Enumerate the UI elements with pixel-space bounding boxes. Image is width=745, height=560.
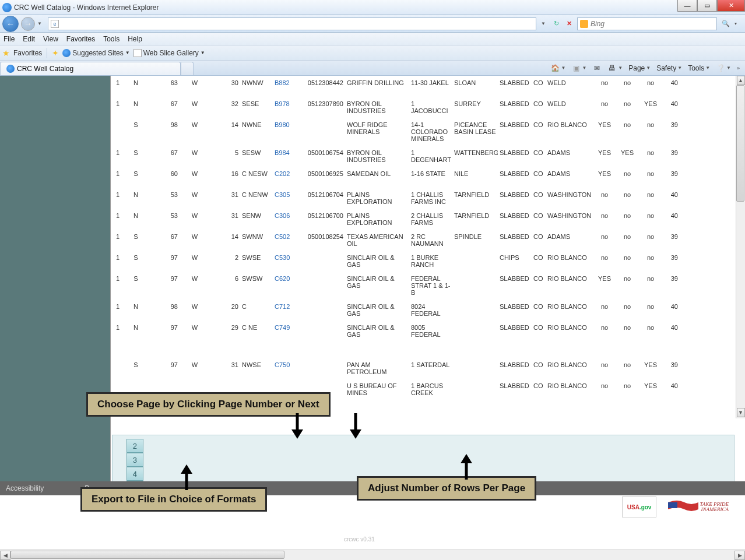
cell: no bbox=[616, 120, 639, 129]
menu-edit[interactable]: Edit bbox=[23, 35, 35, 43]
vertical-scrollbar[interactable]: ▲ ▼ bbox=[736, 76, 745, 418]
cell[interactable]: C749 bbox=[273, 323, 302, 332]
scroll-right-button[interactable]: ▶ bbox=[735, 551, 745, 560]
library-link[interactable]: C530 bbox=[275, 254, 290, 261]
library-link[interactable]: C750 bbox=[275, 361, 290, 368]
new-tab-button[interactable] bbox=[181, 62, 194, 75]
cell[interactable]: C202 bbox=[273, 169, 302, 178]
cell: 39 bbox=[662, 360, 680, 369]
maximize-button[interactable]: ▭ bbox=[697, 0, 717, 12]
library-link[interactable]: B882 bbox=[275, 79, 290, 86]
menu-help[interactable]: Help bbox=[128, 35, 142, 43]
page-4[interactable]: 4 bbox=[126, 467, 143, 481]
search-dropdown[interactable]: ▾ bbox=[735, 21, 743, 26]
tab-crc-well-catalog[interactable]: CRC Well Catalog bbox=[0, 62, 181, 75]
cell: 20 bbox=[210, 302, 240, 311]
library-link[interactable]: C749 bbox=[275, 324, 290, 331]
cell bbox=[302, 302, 345, 304]
library-link[interactable]: C202 bbox=[275, 170, 290, 177]
nav-history-dropdown[interactable]: ▼ bbox=[37, 21, 45, 26]
library-link[interactable]: B980 bbox=[275, 121, 290, 128]
cell[interactable]: C306 bbox=[273, 211, 302, 220]
cell: 1 bbox=[111, 99, 121, 108]
feeds-button[interactable]: ▣▼ bbox=[570, 64, 588, 73]
menu-favorites[interactable]: Favorites bbox=[66, 35, 95, 43]
chevron-down-icon: ▼ bbox=[201, 50, 205, 55]
table-row: 1N63W30NWNWB8820512308442GRIFFIN DRILLIN… bbox=[111, 76, 745, 97]
cell[interactable]: B882 bbox=[273, 78, 302, 87]
close-button[interactable]: ✕ bbox=[717, 0, 745, 12]
minimize-button[interactable]: — bbox=[677, 0, 697, 12]
home-button[interactable]: 🏠▼ bbox=[549, 64, 567, 73]
suggested-sites[interactable]: Suggested Sites ▼ bbox=[62, 49, 129, 57]
refresh-button[interactable]: ↻ bbox=[550, 18, 562, 30]
table-row: 1N53W31C NENWC3050512106704PLAINS EXPLOR… bbox=[111, 188, 745, 209]
stop-button[interactable]: ✕ bbox=[563, 18, 575, 30]
address-bar[interactable]: e bbox=[48, 17, 536, 30]
usa-gov-logo[interactable]: USA.gov bbox=[622, 496, 657, 517]
cell[interactable]: C305 bbox=[273, 190, 302, 199]
safety-menu[interactable]: Safety▼ bbox=[655, 64, 684, 72]
web-slice-gallery[interactable]: Web Slice Gallery ▼ bbox=[133, 49, 205, 57]
tools-menu[interactable]: Tools▼ bbox=[686, 64, 712, 72]
search-button[interactable]: 🔍 bbox=[719, 17, 732, 30]
cell: 53 bbox=[150, 211, 180, 220]
cell[interactable]: C712 bbox=[273, 302, 302, 311]
cell[interactable]: B980 bbox=[273, 120, 302, 129]
scroll-down-button[interactable]: ▼ bbox=[737, 408, 745, 417]
footer-accessibility[interactable]: Accessibility bbox=[6, 484, 44, 492]
library-link[interactable]: C620 bbox=[275, 275, 290, 282]
library-link[interactable]: C712 bbox=[275, 303, 290, 310]
address-dropdown[interactable]: ▼ bbox=[541, 21, 549, 26]
page-menu[interactable]: Page▼ bbox=[627, 64, 652, 72]
cell: CO bbox=[532, 211, 546, 220]
scroll-thumb[interactable] bbox=[10, 551, 284, 559]
library-link[interactable]: C306 bbox=[275, 212, 290, 219]
library-link[interactable]: B978 bbox=[275, 100, 290, 107]
cell: CO bbox=[532, 274, 546, 283]
scroll-left-button[interactable]: ◀ bbox=[0, 551, 10, 560]
cell: no bbox=[593, 232, 616, 241]
cell: S bbox=[121, 360, 150, 369]
cell bbox=[302, 253, 345, 255]
cell[interactable]: C750 bbox=[273, 360, 302, 369]
back-button[interactable]: ← bbox=[2, 16, 19, 32]
favorites-label[interactable]: Favorites bbox=[13, 49, 42, 57]
cell: 1 bbox=[111, 211, 121, 220]
add-favorite-icon[interactable]: ✦ bbox=[52, 48, 59, 58]
page-3[interactable]: 3 bbox=[126, 453, 143, 467]
scroll-up-button[interactable]: ▲ bbox=[737, 76, 745, 85]
print-button[interactable]: 🖶▼ bbox=[606, 64, 624, 73]
cell[interactable]: B978 bbox=[273, 99, 302, 108]
cell: 40 bbox=[662, 190, 680, 199]
cell[interactable]: C502 bbox=[273, 232, 302, 241]
page-2[interactable]: 2 bbox=[126, 439, 143, 453]
cell: no bbox=[639, 274, 662, 283]
cell: 63 bbox=[150, 78, 180, 87]
cell[interactable]: C620 bbox=[273, 274, 302, 283]
cell bbox=[302, 120, 345, 122]
horizontal-scrollbar[interactable]: ◀ ▶ bbox=[0, 550, 745, 560]
cell[interactable] bbox=[273, 381, 302, 383]
expand-button[interactable]: » bbox=[735, 65, 742, 71]
forward-button[interactable]: → bbox=[21, 17, 35, 31]
favorites-star-icon[interactable]: ★ bbox=[2, 48, 10, 58]
web-slice-label: Web Slice Gallery bbox=[143, 49, 199, 57]
cell: SWNW bbox=[240, 232, 273, 241]
library-link[interactable]: B984 bbox=[275, 149, 290, 156]
cell[interactable]: C530 bbox=[273, 253, 302, 262]
help-button[interactable]: ❔▼ bbox=[714, 64, 733, 73]
menu-view[interactable]: View bbox=[43, 35, 58, 43]
menu-file[interactable]: File bbox=[3, 35, 15, 43]
cell: 39 bbox=[662, 148, 680, 157]
read-mail-button[interactable]: ✉ bbox=[591, 64, 603, 73]
menu-tools[interactable]: Tools bbox=[103, 35, 120, 43]
library-link[interactable]: C305 bbox=[275, 191, 290, 198]
cell[interactable]: B984 bbox=[273, 148, 302, 157]
library-link[interactable]: C502 bbox=[275, 233, 290, 240]
search-input[interactable] bbox=[591, 20, 695, 28]
scroll-thumb[interactable] bbox=[736, 85, 744, 202]
search-box[interactable] bbox=[577, 17, 717, 30]
callout-exports: Export to File in Choice of Formats bbox=[80, 487, 267, 512]
tools-label: Tools bbox=[688, 64, 704, 72]
